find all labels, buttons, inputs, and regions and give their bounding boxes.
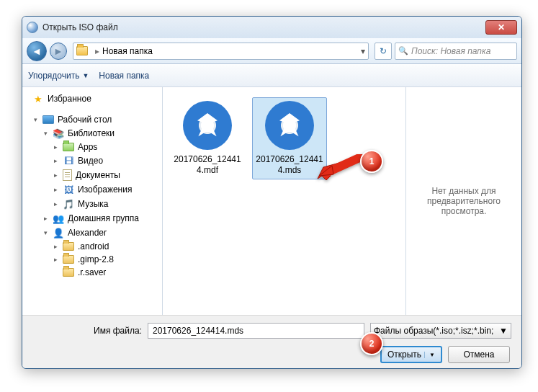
library-icon: 📚 <box>53 128 64 139</box>
document-icon <box>63 169 72 181</box>
cancel-button[interactable]: Отмена <box>448 346 510 363</box>
organize-menu[interactable]: Упорядочить ▼ <box>28 71 89 81</box>
folder-icon <box>76 46 88 55</box>
preview-empty-text: Нет данных для предварительного просмотр… <box>416 186 511 216</box>
tree-apps[interactable]: ▸Apps <box>25 141 159 153</box>
preview-pane: Нет данных для предварительного просмотр… <box>406 87 521 315</box>
folder-icon <box>63 268 74 277</box>
main-area: ★Избранное ▾Рабочий стол ▾📚Библиотеки ▸A… <box>22 87 521 315</box>
filename-input[interactable] <box>148 323 364 339</box>
annotation-callout-2: 2 <box>360 332 383 355</box>
tree-folder[interactable]: ▸.gimp-2.8 <box>25 253 159 266</box>
expand-icon[interactable]: ▸ <box>42 215 49 222</box>
chevron-down-icon: ▼ <box>82 72 89 79</box>
image-icon: 🖼 <box>63 184 74 195</box>
tree-music[interactable]: ▸🎵Музыка <box>25 197 159 211</box>
expand-icon[interactable]: ▸ <box>53 186 59 193</box>
back-button[interactable]: ◄ <box>27 41 47 61</box>
tree-desktop[interactable]: ▾Рабочий стол <box>25 113 159 126</box>
folder-icon <box>63 255 74 264</box>
chevron-down-icon: ▼ <box>424 352 435 358</box>
expand-icon[interactable]: ▸ <box>53 172 59 179</box>
file-name: 20170626_124414.mds <box>256 154 323 176</box>
breadcrumb-sep: ▸ <box>95 46 99 56</box>
nav-bar: ◄ ► ▸ Новая папка ▾ ↻ Поиск: Новая папка <box>22 38 521 64</box>
window-title: Открыть ISO файл <box>42 22 485 32</box>
annotation-callout-1: 1 <box>360 150 383 173</box>
new-folder-button[interactable]: Новая папка <box>99 71 149 81</box>
filename-label: Имя файла: <box>32 326 148 336</box>
desktop-icon <box>42 115 54 124</box>
tree-user[interactable]: ▾👤Alexander <box>25 226 159 240</box>
expand-icon[interactable]: ▸ <box>53 243 59 250</box>
annotation-arrow <box>316 154 367 185</box>
homegroup-icon: 👥 <box>53 213 64 224</box>
tree-favorites[interactable]: ★Избранное <box>25 92 159 106</box>
tree-homegroup[interactable]: ▸👥Домашняя группа <box>25 211 159 226</box>
music-icon: 🎵 <box>63 198 74 210</box>
breadcrumb[interactable]: ▸ Новая папка ▾ <box>73 43 369 60</box>
file-item[interactable]: 20170626_124414.mdf <box>170 97 245 179</box>
folder-icon <box>63 143 74 151</box>
bottom-panel: Имя файла: Файлы образы(*.iso;*.isz;*.bi… <box>22 315 521 369</box>
tree-images[interactable]: ▸🖼Изображения <box>25 182 159 197</box>
file-name: 20170626_124414.mdf <box>174 154 241 176</box>
open-file-dialog: Открыть ISO файл ✕ ◄ ► ▸ Новая папка ▾ ↻… <box>22 16 522 369</box>
tree-libraries[interactable]: ▾📚Библиотеки <box>25 126 159 141</box>
expand-icon[interactable]: ▸ <box>53 256 59 263</box>
refresh-button[interactable]: ↻ <box>375 43 392 60</box>
titlebar: Открыть ISO файл ✕ <box>22 17 521 38</box>
tree-documents[interactable]: ▸Документы <box>25 168 159 182</box>
chevron-down-icon: ▼ <box>499 326 508 336</box>
tree-folder[interactable]: ▸.android <box>25 240 159 253</box>
file-list[interactable]: 20170626_124414.mdf 20170626_124414.mds <box>163 87 406 315</box>
close-button[interactable]: ✕ <box>485 20 517 35</box>
disc-image-icon <box>183 101 232 150</box>
expand-icon[interactable]: ▸ <box>53 157 59 164</box>
file-type-filter[interactable]: Файлы образы(*.iso;*.isz;*.bin; ▼ <box>370 323 511 339</box>
tree-video[interactable]: ▸🎞Видео <box>25 153 159 168</box>
open-button[interactable]: Открыть ▼ <box>380 346 442 363</box>
tree-folder[interactable]: .r.saver <box>25 266 159 279</box>
star-icon: ★ <box>32 93 44 104</box>
breadcrumb-current: Новая папка <box>102 46 153 56</box>
user-icon: 👤 <box>53 227 64 239</box>
search-placeholder: Поиск: Новая папка <box>411 46 490 56</box>
collapse-icon[interactable]: ▾ <box>42 229 49 236</box>
collapse-icon[interactable]: ▾ <box>42 130 49 137</box>
forward-button[interactable]: ► <box>50 43 67 60</box>
expand-icon[interactable]: ▸ <box>53 200 59 208</box>
app-icon <box>27 22 38 33</box>
disc-image-icon <box>265 101 314 150</box>
folder-icon <box>63 242 74 251</box>
breadcrumb-dropdown[interactable]: ▾ <box>361 46 365 56</box>
video-icon: 🎞 <box>63 155 74 166</box>
expand-icon[interactable]: ▸ <box>53 143 59 151</box>
collapse-icon[interactable]: ▾ <box>32 116 39 123</box>
toolbar: Упорядочить ▼ Новая папка <box>22 64 521 87</box>
search-input[interactable]: Поиск: Новая папка <box>395 43 517 60</box>
nav-tree[interactable]: ★Избранное ▾Рабочий стол ▾📚Библиотеки ▸A… <box>22 87 163 315</box>
